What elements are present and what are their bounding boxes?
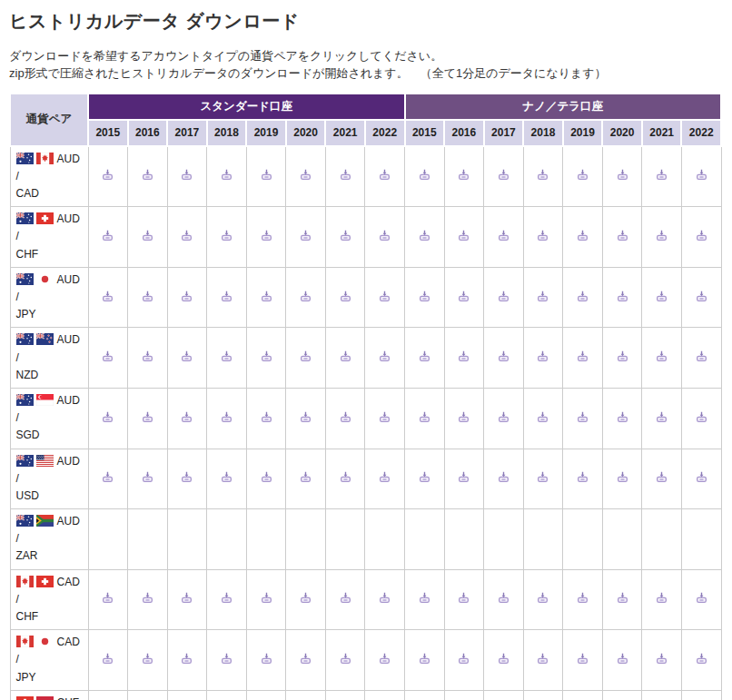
download-link[interactable] <box>419 653 430 665</box>
download-link[interactable] <box>537 471 549 483</box>
download-link[interactable] <box>656 169 668 181</box>
download-link[interactable] <box>617 653 628 665</box>
download-link[interactable] <box>656 592 668 604</box>
download-link[interactable] <box>458 471 470 483</box>
download-link[interactable] <box>221 169 232 181</box>
download-link[interactable] <box>617 291 628 302</box>
download-link[interactable] <box>340 169 351 181</box>
download-link[interactable] <box>142 592 153 604</box>
download-link[interactable] <box>419 291 430 302</box>
download-link[interactable] <box>498 592 509 604</box>
download-link[interactable] <box>379 592 391 604</box>
download-link[interactable] <box>221 411 232 423</box>
download-link[interactable] <box>617 471 628 483</box>
download-link[interactable] <box>379 169 391 181</box>
download-link[interactable] <box>577 291 589 302</box>
download-link[interactable] <box>142 411 153 423</box>
download-link[interactable] <box>340 291 351 302</box>
download-link[interactable] <box>537 230 549 242</box>
download-link[interactable] <box>537 291 549 302</box>
download-link[interactable] <box>656 471 668 483</box>
download-link[interactable] <box>458 169 470 181</box>
download-link[interactable] <box>142 653 153 665</box>
download-link[interactable] <box>221 653 232 665</box>
download-link[interactable] <box>300 291 312 302</box>
download-link[interactable] <box>261 411 272 423</box>
download-link[interactable] <box>656 230 668 242</box>
download-link[interactable] <box>300 653 312 665</box>
download-link[interactable] <box>537 350 549 362</box>
download-link[interactable] <box>617 411 628 423</box>
download-link[interactable] <box>419 471 430 483</box>
download-link[interactable] <box>340 653 351 665</box>
download-link[interactable] <box>656 653 668 665</box>
download-link[interactable] <box>181 653 193 665</box>
download-link[interactable] <box>102 230 114 242</box>
download-link[interactable] <box>617 592 628 604</box>
download-link[interactable] <box>142 169 153 181</box>
download-link[interactable] <box>340 350 351 362</box>
download-link[interactable] <box>577 230 589 242</box>
download-link[interactable] <box>221 230 232 242</box>
download-link[interactable] <box>102 350 114 362</box>
download-link[interactable] <box>221 592 232 604</box>
download-link[interactable] <box>537 653 549 665</box>
download-link[interactable] <box>656 291 668 302</box>
download-link[interactable] <box>577 592 589 604</box>
download-link[interactable] <box>102 653 114 665</box>
download-link[interactable] <box>458 411 470 423</box>
download-link[interactable] <box>696 291 707 302</box>
download-link[interactable] <box>300 592 312 604</box>
download-link[interactable] <box>617 350 628 362</box>
download-link[interactable] <box>696 592 707 604</box>
download-link[interactable] <box>261 350 272 362</box>
download-link[interactable] <box>419 230 430 242</box>
download-link[interactable] <box>537 592 549 604</box>
download-link[interactable] <box>300 471 312 483</box>
download-link[interactable] <box>498 350 509 362</box>
download-link[interactable] <box>261 291 272 302</box>
download-link[interactable] <box>458 230 470 242</box>
download-link[interactable] <box>696 471 707 483</box>
download-link[interactable] <box>458 291 470 302</box>
download-link[interactable] <box>181 230 193 242</box>
download-link[interactable] <box>656 411 668 423</box>
download-link[interactable] <box>379 471 391 483</box>
download-link[interactable] <box>221 350 232 362</box>
download-link[interactable] <box>617 230 628 242</box>
download-link[interactable] <box>102 291 114 302</box>
download-link[interactable] <box>181 592 193 604</box>
download-link[interactable] <box>261 471 272 483</box>
download-link[interactable] <box>340 471 351 483</box>
download-link[interactable] <box>419 411 430 423</box>
download-link[interactable] <box>340 230 351 242</box>
download-link[interactable] <box>696 653 707 665</box>
download-link[interactable] <box>498 653 509 665</box>
download-link[interactable] <box>656 350 668 362</box>
download-link[interactable] <box>577 350 589 362</box>
download-link[interactable] <box>340 411 351 423</box>
download-link[interactable] <box>102 169 114 181</box>
download-link[interactable] <box>142 471 153 483</box>
download-link[interactable] <box>379 653 391 665</box>
download-link[interactable] <box>617 169 628 181</box>
download-link[interactable] <box>498 230 509 242</box>
download-link[interactable] <box>577 411 589 423</box>
download-link[interactable] <box>142 291 153 302</box>
download-link[interactable] <box>379 350 391 362</box>
download-link[interactable] <box>300 169 312 181</box>
download-link[interactable] <box>181 471 193 483</box>
download-link[interactable] <box>696 350 707 362</box>
download-link[interactable] <box>498 411 509 423</box>
download-link[interactable] <box>419 592 430 604</box>
download-link[interactable] <box>181 411 193 423</box>
download-link[interactable] <box>379 291 391 302</box>
download-link[interactable] <box>498 291 509 302</box>
download-link[interactable] <box>458 592 470 604</box>
download-link[interactable] <box>300 411 312 423</box>
download-link[interactable] <box>340 592 351 604</box>
download-link[interactable] <box>498 471 509 483</box>
download-link[interactable] <box>577 653 589 665</box>
download-link[interactable] <box>102 592 114 604</box>
download-link[interactable] <box>379 230 391 242</box>
